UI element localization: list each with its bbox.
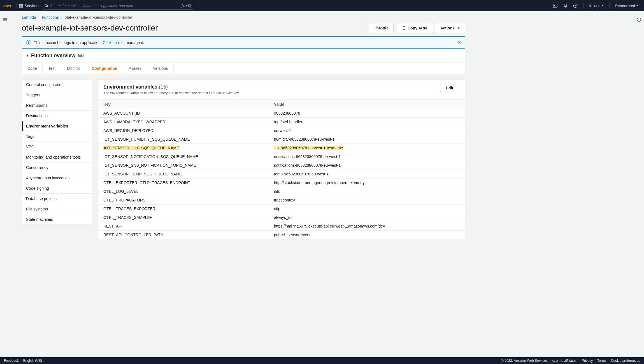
region-selector[interactable]: Ireland	[587, 4, 606, 8]
overview-info-link[interactable]: Info	[78, 54, 84, 58]
envvar-value: eu-west-1	[268, 126, 465, 135]
envvar-key: REST_API_CONTROLLER_PATH	[98, 231, 268, 239]
copy-arn-button[interactable]: Copy ARN	[397, 24, 432, 32]
table-row: IOT_SENSOR_LUX_SQS_QUEUE_NAMElux-9653238…	[98, 144, 465, 152]
envvar-key: AWS_REGION_DEPLOYED	[98, 126, 268, 135]
svg-line-1	[47, 6, 48, 8]
divider	[583, 3, 583, 8]
envvars-table: Key Value AWS_ACCOUNT_ID965323806078AWS_…	[98, 99, 465, 239]
table-row: IOT_SENSOR_TEMP_SQS_QUEUE_NAMEtemp-96532…	[98, 170, 465, 178]
services-button[interactable]: Services	[19, 4, 39, 8]
breadcrumb-current: otel-example-iot-sensors-dev-controller	[65, 15, 133, 20]
envvar-key: OTEL_EXPORTER_OTLP_TRACES_ENDPOINT	[98, 178, 268, 187]
envvars-title: Environment variables (15)	[103, 84, 168, 90]
global-search[interactable]: [Alt+S]	[42, 2, 193, 10]
tab-test[interactable]: Test	[43, 63, 61, 74]
column-value[interactable]: Value	[268, 100, 465, 109]
table-row: REST_APIhttps://nmi7na5579.execute-api.e…	[98, 222, 465, 231]
envvar-key: OTEL_TRACES_SAMPLER	[98, 213, 268, 222]
caret-down-icon	[457, 27, 460, 29]
banner-click-here-link[interactable]: Click here	[103, 40, 120, 45]
envvar-value: humidity-965323806078-eu-west-1	[268, 135, 465, 144]
breadcrumb-lambda[interactable]: Lambda	[22, 15, 36, 20]
help-icon[interactable]	[571, 1, 580, 10]
tab-aliases[interactable]: Aliases	[123, 63, 147, 74]
table-row: IOT_SENSOR_NOTIFICATION_SQS_QUEUE_NAMEno…	[98, 152, 465, 161]
sidebar-item-destinations[interactable]: Destinations	[22, 111, 92, 121]
search-shortcut: [Alt+S]	[181, 4, 191, 8]
banner-text: This function belongs to an application.…	[34, 40, 144, 45]
breadcrumb: Lambda › Functions › otel-example-iot-se…	[22, 15, 465, 20]
table-row: IOT_SENSOR_SNS_NOTIFICATION_TOPIC_NAMEno…	[98, 161, 465, 170]
svg-rect-2	[553, 4, 557, 7]
sidebar-item-database-proxies[interactable]: Database proxies	[22, 194, 92, 204]
sidebar-item-tags[interactable]: Tags	[22, 131, 92, 142]
breadcrumb-functions[interactable]: Functions	[42, 15, 59, 20]
envvar-key: OTEL_TRACES_EXPORTER	[98, 205, 268, 213]
cloudshell-icon[interactable]	[551, 1, 560, 10]
page-title: otel-example-iot-sensors-dev-controller	[22, 24, 158, 33]
table-row: AWS_REGION_DEPLOYEDeu-west-1	[98, 126, 465, 135]
sidebar-item-file-systems[interactable]: File systems	[22, 204, 92, 214]
divider	[17, 3, 17, 8]
sidebar-item-vpc[interactable]: VPC	[22, 142, 92, 152]
info-icon: i	[26, 40, 31, 45]
tab-versions[interactable]: Versions	[147, 63, 174, 74]
table-row: OTEL_EXPORTER_OTLP_TRACES_ENDPOINThttp:/…	[98, 178, 465, 187]
table-row: OTEL_TRACES_EXPORTERotlp	[98, 205, 465, 213]
info-panel-toggle[interactable]	[634, 15, 644, 25]
overview-disclosure[interactable]	[27, 54, 28, 57]
sidebar-item-asynchronous-invocation[interactable]: Asynchronous invocation	[22, 173, 92, 183]
search-icon	[45, 4, 48, 8]
caret-down-icon	[636, 5, 638, 6]
account-menu[interactable]: Remastered	[613, 4, 641, 8]
envvar-value: lux-965323806078-eu-west-1-testname	[268, 144, 465, 152]
envvar-value: notifications-965323806078-eu-west-1	[268, 152, 465, 161]
copy-icon	[402, 26, 406, 30]
sidebar-item-general-configuration[interactable]: General configuration	[22, 80, 92, 90]
envvar-value: /opt/otel-handler	[268, 118, 465, 126]
throttle-button[interactable]: Throttle	[369, 24, 394, 32]
envvar-value: http://stackstate.trace-agent.ngrok.io/o…	[268, 178, 465, 187]
services-label: Services	[25, 4, 39, 8]
tab-monitor[interactable]: Monitor	[61, 63, 86, 74]
sidebar-item-triggers[interactable]: Triggers	[22, 90, 92, 100]
table-row: IOT_SENSOR_HUMIDITY_SQS_QUEUE_NAMEhumidi…	[98, 135, 465, 144]
sidebar-item-code-signing[interactable]: Code signing	[22, 183, 92, 194]
sidebar-item-environment-variables[interactable]: Environment variables	[22, 121, 92, 131]
envvar-value: notifications-965323806078-eu-west-1	[268, 161, 465, 170]
overview-title: Function overview	[31, 53, 75, 59]
tab-configuration[interactable]: Configuration	[86, 63, 123, 74]
table-row: OTEL_PROPAGATORStracecontext	[98, 196, 465, 205]
notifications-icon[interactable]	[561, 1, 570, 10]
banner-close-button[interactable]	[457, 40, 461, 45]
sidebar-item-permissions[interactable]: Permissions	[22, 100, 92, 111]
envvar-key: IOT_SENSOR_TEMP_SQS_QUEUE_NAME	[98, 170, 268, 178]
table-row: REST_API_CONTROLLER_PATHpublish-sensor-e…	[98, 231, 465, 239]
column-key[interactable]: Key	[98, 100, 268, 109]
sidebar-item-state-machines[interactable]: State machines	[22, 214, 92, 224]
grid-icon	[19, 4, 23, 8]
svg-rect-10	[403, 27, 405, 30]
sidebar-item-concurrency[interactable]: Concurrency	[22, 163, 92, 173]
search-input[interactable]	[50, 4, 191, 8]
sidebar-toggle[interactable]	[0, 15, 10, 25]
envvar-key: IOT_SENSOR_NOTIFICATION_SQS_QUEUE_NAME	[98, 152, 268, 161]
envvar-value: otlp	[268, 205, 465, 213]
envvar-key: REST_API	[98, 222, 268, 231]
sidebar-item-monitoring-and-operations-tools[interactable]: Monitoring and operations tools	[22, 152, 92, 163]
tab-code[interactable]: Code	[22, 63, 43, 74]
edit-button[interactable]: Edit	[440, 84, 459, 92]
actions-dropdown[interactable]: Actions	[435, 24, 465, 32]
envvar-key: IOT_SENSOR_HUMIDITY_SQS_QUEUE_NAME	[98, 135, 268, 144]
configuration-sidebar: General configurationTriggersPermissions…	[22, 79, 92, 225]
chevron-right-icon: ›	[38, 15, 40, 20]
svg-point-9	[639, 18, 639, 19]
envvar-key: AWS_ACCOUNT_ID	[98, 109, 268, 118]
function-tabs: CodeTestMonitorConfigurationAliasesVersi…	[22, 63, 465, 74]
divider	[609, 3, 610, 8]
envvars-description: The environment variables below are encr…	[103, 91, 240, 95]
chevron-right-icon: ›	[61, 15, 62, 20]
aws-logo[interactable]: aws	[3, 3, 11, 8]
caret-down-icon	[601, 5, 604, 6]
